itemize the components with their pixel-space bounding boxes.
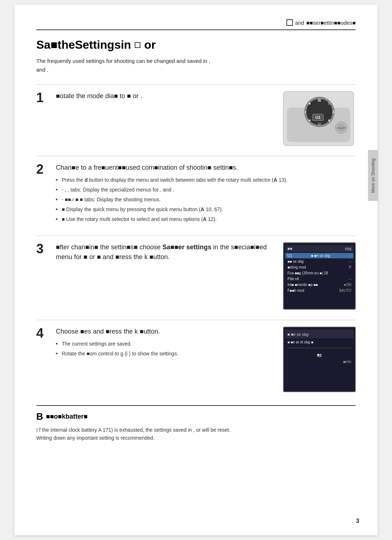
section-b-body2: Writing down any important setting is re… — [36, 434, 356, 442]
step-2-heading: Chan■e to a fre■uent■■used com■ination o… — [56, 163, 356, 173]
menu-row-4-label: Foa ■■g (35mm eu ■) 28 — [287, 271, 328, 275]
step-1-image: W S A ■ M ■ P ■ U1 — [283, 91, 356, 146]
svg-text:■: ■ — [328, 118, 330, 122]
menu-row-2: ■■ se sbg -- — [285, 259, 354, 264]
header-and: and — [295, 20, 304, 26]
save-bottom-label: ■Info — [343, 360, 351, 364]
step-2-content: Chan■e to a fre■uent■■used com■ination o… — [56, 163, 356, 225]
menu-row-3-val: P — [349, 265, 351, 269]
menu-header-col2: sbg — [345, 246, 351, 251]
camera-dial: W S A ■ M ■ P ■ U1 — [283, 91, 354, 146]
page-container: More on Shooting and ■■ser■ettin■■odes■ … — [15, 5, 377, 535]
menu-row-2-label: ■■ se sbg — [287, 259, 303, 263]
save-header: ■ ■e se sbg — [285, 330, 354, 338]
step-4-heading: Choose ■es and ■ress the k ■utton. — [56, 327, 276, 337]
step-3-image: ■■ sbg U1 ■ ■e se sbg -- ■■ se sbg -- — [283, 242, 356, 310]
svg-text:■: ■ — [309, 118, 310, 122]
menu-row-6: Int■ ■monbr ■p ■■ ●ON — [285, 282, 354, 287]
step-2-bullet-3: - ■■✓■ ■ tabs: Display the shooting menu… — [56, 196, 356, 203]
intro-line1: The frequently used settings for shootin… — [36, 57, 356, 65]
side-tab-text: More on Shooting — [371, 158, 376, 193]
menu-row-6-val: ●ON — [344, 283, 351, 287]
step-1-text: ■otate the mode dia■ to ■ or . — [56, 91, 276, 105]
step-3-heading: ■fter chan■in■ the settin■s■ choose Sa■■… — [56, 242, 276, 262]
step-4: 4 Choose ■es and ■ress the k ■utton. The… — [36, 320, 356, 392]
svg-text:M: M — [318, 122, 321, 126]
menu-row-3: ■ohng mod P — [285, 265, 354, 270]
menu-row-3-label: ■ohng mod — [287, 265, 306, 269]
menu-row-1: U1 ■ ■e se sbg -- — [285, 253, 354, 258]
step-3-row: ■fter chan■in■ the settin■s■ choose Sa■■… — [56, 242, 356, 310]
step-2-bullet-4: ■ Display the quick menu by pressing the… — [56, 206, 356, 213]
svg-text:ON/OFF: ON/OFF — [336, 127, 346, 129]
title-or: or — [144, 38, 156, 52]
save-confirm-row: ■e — [285, 351, 354, 358]
menu-row-6-label: Int■ ■monbr ■p ■■ — [287, 283, 318, 287]
step-3-number: 3 — [36, 242, 49, 310]
step-1: 1 ■otate the mode dia■ to ■ or . — [36, 84, 356, 146]
step-1-number: 1 — [36, 91, 49, 146]
menu-row-1-prefix: U1 — [287, 254, 292, 258]
step-4-row: Choose ■es and ■ress the k ■utton. The c… — [56, 327, 356, 392]
step-2-bullet-1: Press the d button to display the menu a… — [56, 176, 356, 184]
step-1-content: ■otate the mode dia■ to ■ or . W — [56, 91, 356, 146]
step-4-number: 4 — [36, 327, 49, 392]
header-box1 — [286, 19, 293, 26]
menu-row-5-val: -- — [349, 277, 351, 281]
step-4-content: Choose ■es and ■ress the k ■utton. The c… — [56, 327, 356, 392]
svg-text:W: W — [318, 98, 321, 102]
intro-line2: and . — [36, 65, 356, 74]
step-4-bullets: The current settings are saved. Rotate t… — [56, 340, 276, 358]
menu-row-2-val: -- — [349, 259, 351, 263]
save-confirm-label: ■e — [317, 352, 322, 357]
menu-row-7-label: F■■h mod — [287, 289, 304, 293]
step-3-heading-normal: ■fter chan■in■ the settin■s■ choose — [56, 243, 163, 251]
menu-row-5: Pbb n6 -- — [285, 276, 354, 282]
step-3-heading-bold: Sa■■er settings — [163, 243, 212, 251]
menu-row-7: F■■h mod $AUTO — [285, 288, 354, 293]
menu-row-1-val: -- — [349, 254, 351, 258]
save-header-label: ■ ■e se sbg — [287, 332, 309, 337]
save-screen: ■ ■e se sbg ■ ■e ar et sbg ■ ■e ■Info — [283, 327, 356, 392]
svg-text:A: A — [332, 110, 335, 114]
step-4-image: ■ ■e se sbg ■ ■e ar et sbg ■ ■e ■Info — [283, 327, 356, 392]
menu-row-7-val: $AUTO — [339, 289, 351, 293]
menu-row-1-label: ■ ■e se sbg — [311, 254, 330, 258]
section-b-letter: B — [36, 411, 43, 422]
main-title: Sa■theSettingsin or — [36, 38, 356, 52]
step-4-bullet-1: The current settings are saved. — [56, 340, 276, 348]
step-1-heading: ■otate the mode dia■ to ■ or . — [56, 91, 276, 101]
side-tab: More on Shooting — [368, 150, 378, 201]
step-1-row: ■otate the mode dia■ to ■ or . W — [56, 91, 356, 146]
step-2-bullet-5: ■ Use the rotary multi selector to selec… — [56, 215, 356, 223]
title-prefix: Sa■theSettingsin — [36, 38, 131, 52]
menu-screen-inner: ■■ sbg U1 ■ ■e se sbg -- ■■ se sbg -- — [284, 243, 355, 296]
step-2-bullet-2: - , , tabs: Display the specialized menu… — [56, 186, 356, 194]
section-b-title-text: ■■o■kbatter■ — [46, 413, 88, 420]
svg-text:■: ■ — [309, 102, 310, 105]
section-b-body: I f the internal clock battery A 171) is… — [36, 426, 356, 434]
section-b: B ■■o■kbatter■ I f the internal clock ba… — [36, 405, 356, 442]
intro-text: The frequently used settings for shootin… — [36, 57, 356, 74]
title-box — [135, 42, 140, 48]
save-screen-inner: ■ ■e se sbg ■ ■e ar et sbg ■ ■e ■Info — [284, 327, 355, 367]
step-3: 3 ■fter chan■in■ the settin■s■ choose Sa… — [36, 235, 356, 310]
save-row-1-label: ■ ■e ar et sbg ■ — [287, 340, 313, 344]
step-2: 2 Chan■e to a fre■uent■■used com■ination… — [36, 156, 356, 225]
menu-row-4: Foa ■■g (35mm eu ■) 28 — [285, 270, 354, 276]
section-b-title: B ■■o■kbatter■ — [36, 411, 356, 422]
step-4-bullet-2: Rotate the ■om control to g (i ) to show… — [56, 350, 276, 358]
svg-text:S: S — [328, 102, 330, 105]
camera-dial-svg: W S A ■ M ■ P ■ U1 — [285, 93, 352, 144]
save-bottom: ■Info — [285, 358, 354, 365]
svg-text:P: P — [305, 110, 307, 114]
menu-header-row: ■■ sbg — [285, 245, 354, 252]
step-3-text: ■fter chan■in■ the settin■s■ choose Sa■■… — [56, 242, 276, 266]
save-row-1: ■ ■e ar et sbg ■ — [285, 339, 354, 345]
menu-row-5-label: Pbb n6 — [287, 277, 299, 281]
page-number: 3 — [356, 518, 359, 524]
svg-text:U1: U1 — [315, 115, 320, 120]
header-modes: ■■ser■ettin■■odes■ — [306, 20, 356, 26]
menu-screen: ■■ sbg U1 ■ ■e se sbg -- ■■ se sbg -- — [283, 242, 356, 310]
step-3-content: ■fter chan■in■ the settin■s■ choose Sa■■… — [56, 242, 356, 310]
